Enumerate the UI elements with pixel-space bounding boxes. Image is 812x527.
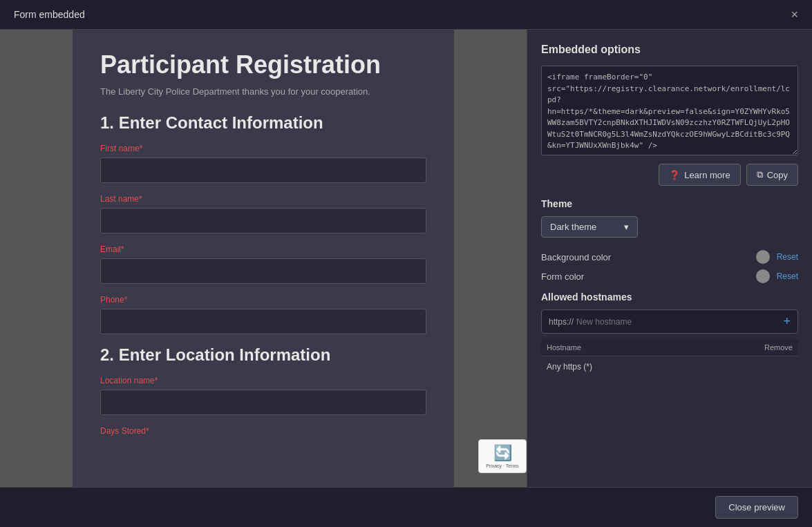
hostname-value: Any https (*) <box>541 356 693 378</box>
days-stored-label: Days Stored* <box>100 426 426 436</box>
modal-title: Form embedded <box>14 9 85 20</box>
email-input[interactable] <box>100 258 426 284</box>
theme-selected-label: Dark theme <box>550 222 596 232</box>
form-subtitle: The Liberty City Police Department thank… <box>100 86 426 97</box>
form-color-label: Form color <box>541 271 756 282</box>
first-name-label: First name* <box>100 144 426 153</box>
options-panel: Embedded options <iframe frameBorder="0"… <box>527 30 812 487</box>
theme-dropdown[interactable]: Dark theme ▾ <box>541 216 638 238</box>
background-color-reset[interactable]: Reset <box>777 252 798 262</box>
section2-title: 2. Enter Location Information <box>100 345 426 365</box>
email-label: Email* <box>100 245 426 254</box>
theme-section-label: Theme <box>541 198 798 209</box>
hostname-remove-cell <box>693 356 798 378</box>
background-color-swatch[interactable] <box>756 250 770 264</box>
embed-code-textarea[interactable]: <iframe frameBorder="0" src="https://reg… <box>541 66 798 155</box>
question-icon: ❓ <box>669 170 680 180</box>
location-name-label: Location name* <box>100 376 426 385</box>
hostname-table: Hostname Remove Any https (*) <box>541 339 798 378</box>
copy-button[interactable]: ⧉ Copy <box>746 164 798 186</box>
hostname-input[interactable] <box>576 317 780 327</box>
form-title: Participant Registration <box>100 50 426 79</box>
hostname-input-row: https:// + <box>541 309 798 334</box>
col-remove: Remove <box>693 339 798 356</box>
phone-input[interactable] <box>100 309 426 334</box>
close-icon[interactable]: × <box>791 8 798 21</box>
chevron-down-icon: ▾ <box>624 222 629 232</box>
hostname-row: Any https (*) <box>541 356 798 378</box>
copy-icon: ⧉ <box>757 169 763 180</box>
allowed-hostnames-section: Allowed hostnames https:// + Hostname Re… <box>541 291 798 378</box>
form-preview: Participant Registration The Liberty Cit… <box>73 30 454 487</box>
add-hostname-icon[interactable]: + <box>783 314 791 329</box>
last-name-label: Last name* <box>100 194 426 204</box>
modal-header: Form embedded × <box>0 0 812 30</box>
modal-body: Participant Registration The Liberty Cit… <box>0 30 812 487</box>
hostname-prefix: https:// <box>549 317 574 327</box>
learn-more-button[interactable]: ❓ Learn more <box>659 164 740 186</box>
options-title: Embedded options <box>541 44 798 56</box>
action-buttons: ❓ Learn more ⧉ Copy <box>541 164 798 186</box>
email-field: Email* <box>100 245 426 295</box>
phone-field: Phone* <box>100 295 426 345</box>
modal-footer: Close preview <box>0 487 812 527</box>
background-color-row: Background color Reset <box>541 250 798 264</box>
form-color-row: Form color Reset <box>541 269 798 283</box>
phone-label: Phone* <box>100 295 426 305</box>
preview-panel: Participant Registration The Liberty Cit… <box>0 30 527 487</box>
days-stored-field: Days Stored* <box>100 426 426 436</box>
location-name-input[interactable] <box>100 390 426 415</box>
modal-container: Form embedded × Participant Registration… <box>0 0 812 527</box>
background-color-label: Background color <box>541 252 756 262</box>
close-preview-button[interactable]: Close preview <box>715 496 798 519</box>
section1-title: 1. Enter Contact Information <box>100 113 426 133</box>
first-name-input[interactable] <box>100 157 426 183</box>
location-name-field: Location name* <box>100 376 426 426</box>
form-color-reset[interactable]: Reset <box>777 271 798 281</box>
last-name-input[interactable] <box>100 208 426 233</box>
last-name-field: Last name* <box>100 194 426 245</box>
hostnames-section-label: Allowed hostnames <box>541 291 798 303</box>
col-hostname: Hostname <box>541 339 693 356</box>
form-color-swatch[interactable] <box>756 269 770 283</box>
first-name-field: First name* <box>100 144 426 194</box>
